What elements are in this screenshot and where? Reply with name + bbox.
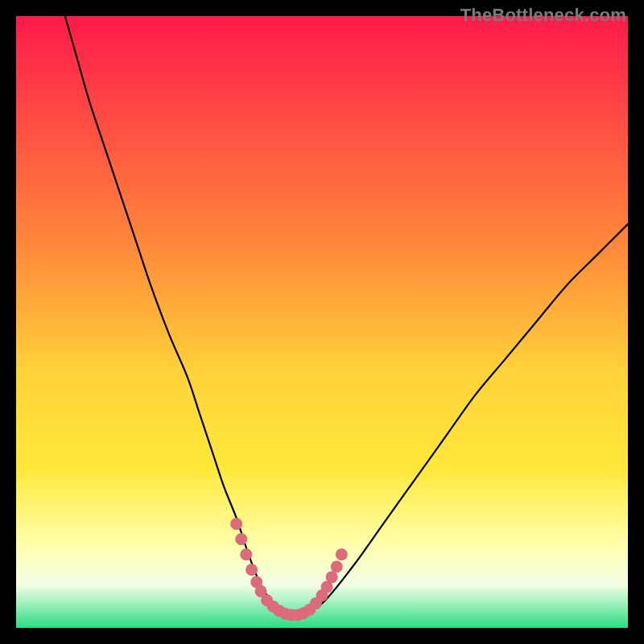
optimal-marker	[246, 564, 258, 576]
chart-svg	[16, 16, 628, 628]
optimal-marker	[240, 548, 252, 560]
optimal-marker	[235, 533, 247, 545]
optimal-marker	[230, 518, 242, 530]
plot-area	[16, 16, 628, 628]
optimal-marker	[331, 561, 343, 573]
optimal-marker	[336, 548, 348, 560]
watermark-text: TheBottleneck.com	[460, 5, 626, 26]
optimal-marker	[326, 571, 338, 583]
chart-frame: TheBottleneck.com	[0, 0, 644, 644]
